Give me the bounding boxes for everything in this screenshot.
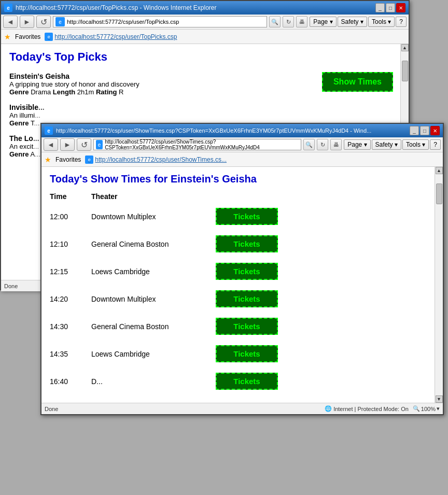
showtime-time-4: 14:30: [50, 313, 91, 340]
show-times-fav-link-text: http://localhost:57772/csp/user/ShowTime…: [95, 156, 227, 163]
show-times-maximize-button[interactable]: □: [420, 126, 429, 135]
show-times-ie-window: e http://localhost:57772/csp/user/ShowTi…: [40, 123, 444, 415]
showtime-row: 16:40 D... Tickets: [50, 367, 427, 395]
movie-1-title: Einstein's Geisha: [9, 72, 139, 80]
show-times-page-menu[interactable]: Page ▾: [344, 139, 370, 150]
showtime-tickets-1: Tickets: [216, 230, 427, 258]
tickets-button-2[interactable]: Tickets: [216, 263, 278, 280]
show-times-reload-button[interactable]: ↺: [77, 138, 91, 151]
show-times-safety-menu[interactable]: Safety ▾: [372, 139, 401, 150]
show-times-ie-icon: e: [45, 126, 53, 135]
tickets-button-0[interactable]: Tickets: [216, 208, 278, 225]
show-times-button[interactable]: Show Times: [322, 72, 393, 92]
showtime-theater-2: Loews Cambridge: [91, 258, 216, 285]
show-times-address-bar[interactable]: e http://localhost:57772/csp/user/ShowTi…: [93, 139, 301, 150]
showtime-time-5: 14:35: [50, 340, 91, 367]
show-times-inner-content: Today's Show Times for Einstein's Geisha…: [41, 167, 443, 401]
show-times-zoom-icon: 🔍: [413, 405, 420, 412]
showtime-theater-4: General Cinema Boston: [91, 313, 216, 340]
showtime-theater-5: Loews Cambridge: [91, 340, 216, 367]
showtime-tickets-0: Tickets: [216, 203, 427, 230]
main-address-icon: e: [55, 17, 65, 26]
main-scroll-thumb[interactable]: [402, 61, 408, 81]
main-status-text: Done: [4, 283, 18, 289]
main-close-button[interactable]: ✕: [396, 3, 405, 12]
showtime-time-6: 16:40: [50, 367, 91, 395]
show-times-scrollbar[interactable]: ▲ ▼: [435, 167, 443, 403]
favorites-label: Favorites: [15, 33, 40, 40]
show-times-tools-menu[interactable]: Tools ▾: [402, 139, 429, 150]
main-safety-menu[interactable]: Safety ▾: [338, 17, 367, 27]
show-times-search-icon[interactable]: 🔍: [303, 139, 315, 150]
show-times-title-bar-left: e http://localhost:57772/csp/user/ShowTi…: [45, 126, 371, 135]
showtime-row: 14:30 General Cinema Boston Tickets: [50, 313, 427, 340]
tickets-button-5[interactable]: Tickets: [216, 345, 278, 362]
main-favorites-bar: ★ Favorites e http://localhost:57772/csp…: [1, 30, 409, 44]
show-times-toolbar: ◄ ► ↺ e http://localhost:57772/csp/user/…: [41, 137, 443, 152]
main-scroll-up[interactable]: ▲: [401, 44, 409, 51]
show-times-print-icon[interactable]: 🖶: [330, 139, 342, 150]
main-ie-icon: e: [4, 4, 12, 12]
show-times-protected-mode: 🌐 Internet | Protected Mode: On: [325, 405, 409, 412]
favorites-star-icon: ★: [4, 33, 11, 41]
show-times-title-bar: e http://localhost:57772/csp/user/ShowTi…: [41, 124, 443, 137]
movie-3-info: The Lo... An excit... Genre A...: [9, 134, 40, 158]
showtime-row: 12:15 Loews Cambridge Tickets: [50, 258, 427, 285]
main-window-controls: _ □ ✕: [375, 3, 405, 12]
show-times-close-button[interactable]: ✕: [430, 126, 440, 135]
showtime-tickets-4: Tickets: [216, 313, 427, 340]
showtime-theater-3: Downtown Multiplex: [91, 285, 216, 313]
main-help-menu[interactable]: ?: [396, 17, 407, 27]
show-times-scroll-up[interactable]: ▲: [436, 167, 443, 174]
main-refresh-icon[interactable]: ↻: [283, 16, 294, 27]
show-times-minimize-button[interactable]: _: [410, 126, 419, 135]
showtime-time-3: 14:20: [50, 285, 91, 313]
tickets-button-3[interactable]: Tickets: [216, 290, 278, 307]
tickets-button-1[interactable]: Tickets: [216, 235, 278, 252]
main-tools-menu[interactable]: Tools ▾: [368, 17, 395, 27]
main-address-bar[interactable]: e http://localhost:57772/csp/user/TopPic…: [53, 16, 267, 27]
show-times-status-text: Done: [45, 406, 58, 412]
movie-2-description: An illumi...: [9, 111, 45, 119]
main-forward-button[interactable]: ►: [20, 16, 34, 28]
show-times-table: Time Theater 12:00 Downtown Multiplex Ti…: [50, 190, 427, 395]
show-times-status-bar: Done 🌐 Internet | Protected Mode: On 🔍 1…: [41, 403, 443, 414]
main-reload-button[interactable]: ↺: [36, 16, 51, 28]
show-times-help-menu[interactable]: ?: [430, 139, 441, 150]
showtime-time-0: 12:00: [50, 203, 91, 230]
tickets-button-6[interactable]: Tickets: [216, 373, 278, 390]
movie-1-genre: Genre Drama Length 2h1m Rating R: [9, 88, 139, 96]
movie-row-1: Einstein's Geisha A gripping true story …: [9, 72, 393, 96]
show-times-scroll-down[interactable]: ▼: [436, 395, 443, 403]
show-times-scroll-thumb[interactable]: [436, 183, 442, 204]
show-times-fav-star-icon: ★: [45, 155, 51, 164]
main-fav-link[interactable]: e http://localhost:57772/csp/user/TopPic…: [45, 33, 177, 41]
show-times-back-button[interactable]: ◄: [44, 138, 58, 151]
showtime-theater-1: General Cinema Boston: [91, 230, 216, 258]
page-title: Today's Top Picks: [9, 50, 393, 64]
show-times-window-title: http://localhost:57772/csp/user/ShowTime…: [56, 128, 371, 134]
main-window-title: http://localhost:57772/csp/user/TopPicks…: [16, 4, 217, 11]
show-times-fav-link[interactable]: e http://localhost:57772/csp/user/ShowTi…: [85, 155, 227, 164]
showtime-theater-6: D...: [91, 367, 216, 395]
main-search-icon[interactable]: 🔍: [269, 16, 281, 27]
show-times-refresh-icon[interactable]: ↻: [317, 139, 328, 150]
main-title-bar-left: e http://localhost:57772/csp/user/TopPic…: [4, 4, 217, 12]
showtime-row: 12:00 Downtown Multiplex Tickets: [50, 203, 427, 230]
show-times-zoom[interactable]: 🔍 100%▾: [413, 405, 440, 412]
movie-3-title: The Lo...: [9, 134, 40, 143]
show-times-page-title: Today's Show Times for Einstein's Geisha: [50, 173, 427, 185]
show-times-window-controls: _ □ ✕: [410, 126, 440, 135]
showtime-row: 14:20 Downtown Multiplex Tickets: [50, 285, 427, 313]
movie-3-description: An excit...: [9, 143, 40, 150]
col-tickets-header: [216, 190, 427, 203]
main-maximize-button[interactable]: □: [386, 3, 395, 12]
showtime-row: 14:35 Loews Cambridge Tickets: [50, 340, 427, 367]
main-back-button[interactable]: ◄: [3, 16, 18, 28]
tickets-button-4[interactable]: Tickets: [216, 318, 278, 335]
main-minimize-button[interactable]: _: [375, 3, 385, 12]
show-times-forward-button[interactable]: ►: [60, 138, 75, 151]
main-print-icon[interactable]: 🖶: [296, 16, 307, 27]
show-times-address-icon: e: [96, 140, 103, 149]
main-page-menu[interactable]: Page ▾: [310, 17, 336, 27]
